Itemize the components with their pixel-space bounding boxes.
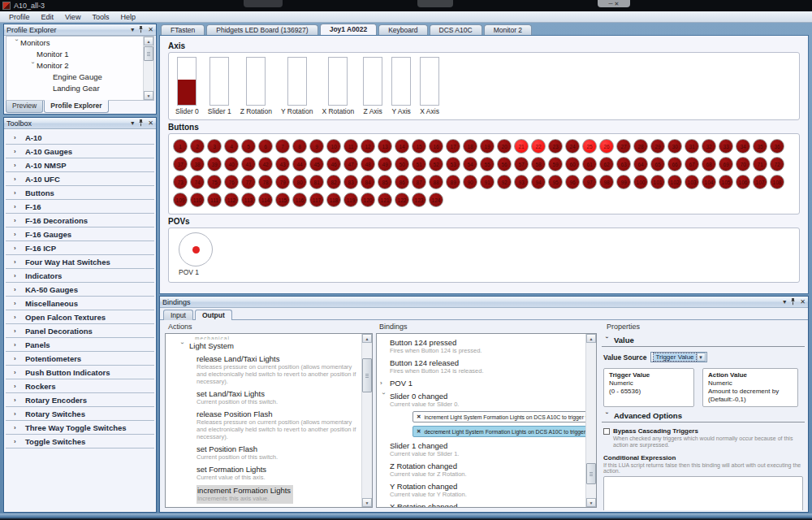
joystick-button-39[interactable]: 39 bbox=[207, 157, 222, 171]
joystick-button-89[interactable]: 89 bbox=[446, 175, 460, 189]
toolbox-item-f-16[interactable]: ›F-16 bbox=[6, 200, 154, 214]
toolbox-item-potentiometers[interactable]: ›Potentiometers bbox=[6, 352, 154, 366]
tree-item-monitor-2[interactable]: ›Monitor 2 bbox=[6, 59, 153, 71]
bypass-cascading-checkbox[interactable] bbox=[603, 428, 610, 435]
panel-menu-icon[interactable]: ▾ bbox=[131, 119, 134, 128]
toolbox-item-toggle-switches[interactable]: ›Toggle Switches bbox=[6, 435, 154, 448]
joystick-button-27[interactable]: 27 bbox=[616, 139, 631, 154]
remove-binding-icon[interactable]: ✕ bbox=[417, 414, 421, 420]
toolbox-item-a-10-ufc[interactable]: ›A-10 UFC bbox=[6, 172, 154, 186]
joystick-button-70[interactable]: 70 bbox=[736, 157, 750, 171]
joystick-button-15[interactable]: 15 bbox=[412, 139, 426, 154]
joystick-button-30[interactable]: 30 bbox=[667, 139, 682, 154]
joystick-button-36[interactable]: 36 bbox=[770, 139, 784, 154]
tab-phidgets-led-board-136927-[interactable]: Phidgets LED Board (136927) bbox=[206, 24, 317, 35]
joystick-button-45[interactable]: 45 bbox=[309, 157, 324, 171]
toolbox-item-f-16-gauges[interactable]: ›F-16 Gauges bbox=[6, 228, 154, 241]
scroll-down-icon[interactable]: ▼ bbox=[362, 498, 372, 507]
joystick-button-32[interactable]: 32 bbox=[702, 139, 716, 154]
joystick-button-112[interactable]: 112 bbox=[224, 193, 239, 207]
joystick-button-13[interactable]: 13 bbox=[378, 139, 392, 154]
joystick-button-54[interactable]: 54 bbox=[463, 157, 477, 171]
joystick-button-65[interactable]: 65 bbox=[650, 157, 665, 171]
scrollbar-thumb[interactable] bbox=[144, 46, 153, 61]
menu-profile[interactable]: Profile bbox=[3, 12, 36, 22]
binding-item[interactable]: Slider 1 changedCurrent value for Slider… bbox=[380, 439, 585, 459]
joystick-button-96[interactable]: 96 bbox=[565, 175, 580, 189]
tab-input[interactable]: Input bbox=[163, 310, 193, 320]
joystick-button-62[interactable]: 62 bbox=[599, 157, 614, 171]
joystick-button-66[interactable]: 66 bbox=[667, 157, 682, 171]
binding-item[interactable]: Y Rotation changedCurrent value for Y Ro… bbox=[380, 479, 585, 500]
joystick-button-123[interactable]: 123 bbox=[412, 193, 426, 207]
joystick-button-22[interactable]: 22 bbox=[531, 139, 546, 154]
joystick-button-122[interactable]: 122 bbox=[395, 193, 409, 207]
remove-binding-icon[interactable]: ✕ bbox=[417, 428, 421, 435]
toolbox-item-three-way-toggle-switches[interactable]: ›Three Way Toggle Switches bbox=[6, 421, 154, 435]
joystick-button-80[interactable]: 80 bbox=[292, 175, 307, 189]
joystick-button-86[interactable]: 86 bbox=[395, 175, 409, 189]
joystick-button-18[interactable]: 18 bbox=[463, 139, 477, 154]
joystick-button-10[interactable]: 10 bbox=[326, 139, 341, 154]
joystick-button-111[interactable]: 111 bbox=[207, 193, 222, 207]
joystick-button-92[interactable]: 92 bbox=[497, 175, 512, 189]
joystick-button-14[interactable]: 14 bbox=[395, 139, 409, 154]
axis-bar[interactable] bbox=[328, 57, 348, 106]
tree-item-monitor-1[interactable]: Monitor 1 bbox=[6, 48, 153, 59]
joystick-button-104[interactable]: 104 bbox=[702, 175, 716, 189]
joystick-button-31[interactable]: 31 bbox=[685, 139, 699, 154]
joystick-button-29[interactable]: 29 bbox=[650, 139, 665, 154]
axis-bar[interactable] bbox=[177, 57, 197, 106]
joystick-button-87[interactable]: 87 bbox=[412, 175, 426, 189]
joystick-button-41[interactable]: 41 bbox=[241, 157, 256, 171]
joystick-button-101[interactable]: 101 bbox=[650, 175, 665, 189]
tab-profile-explorer[interactable]: Profile Explorer bbox=[44, 100, 108, 113]
joystick-button-25[interactable]: 25 bbox=[582, 139, 597, 154]
joystick-button-1[interactable]: 1 bbox=[173, 139, 188, 154]
bindings-scrollbar[interactable]: ▲ ▼ bbox=[585, 334, 596, 507]
joystick-button-73[interactable]: 73 bbox=[173, 175, 188, 189]
toolbox-item-miscellaneous[interactable]: ›Miscellaneous bbox=[6, 297, 154, 310]
joystick-button-69[interactable]: 69 bbox=[719, 157, 733, 171]
joystick-button-100[interactable]: 100 bbox=[633, 175, 648, 189]
joystick-button-76[interactable]: 76 bbox=[224, 175, 239, 189]
joystick-button-52[interactable]: 52 bbox=[429, 157, 443, 171]
scrollbar-thumb[interactable] bbox=[586, 463, 596, 484]
joystick-button-17[interactable]: 17 bbox=[446, 139, 460, 154]
binding-item[interactable]: Button 124 releasedFires when Button 124… bbox=[380, 356, 585, 376]
joystick-button-47[interactable]: 47 bbox=[343, 157, 358, 171]
joystick-button-23[interactable]: 23 bbox=[548, 139, 563, 154]
axis-bar[interactable] bbox=[246, 57, 266, 106]
joystick-button-55[interactable]: 55 bbox=[480, 157, 495, 171]
profile-explorer-scrollbar[interactable]: ▲ ▼ bbox=[143, 37, 153, 100]
scroll-up-icon[interactable]: ▲ bbox=[144, 37, 153, 46]
joystick-button-34[interactable]: 34 bbox=[736, 139, 750, 154]
toolbox-item-indicators[interactable]: ›Indicators bbox=[6, 269, 154, 283]
tab-joy1-a0022[interactable]: Joy1 A0022 bbox=[320, 24, 377, 35]
action-item[interactable]: set Formation LightsCurrent value of thi… bbox=[169, 462, 361, 483]
joystick-button-64[interactable]: 64 bbox=[633, 157, 648, 171]
joystick-button-61[interactable]: 61 bbox=[582, 157, 597, 171]
joystick-button-78[interactable]: 78 bbox=[258, 175, 273, 189]
joystick-button-56[interactable]: 56 bbox=[497, 157, 512, 171]
joystick-button-12[interactable]: 12 bbox=[361, 139, 375, 154]
menu-view[interactable]: View bbox=[59, 12, 86, 22]
axis-bar[interactable] bbox=[363, 57, 382, 106]
value-section-header[interactable]: › Value bbox=[602, 334, 805, 347]
joystick-button-6[interactable]: 6 bbox=[258, 139, 273, 154]
joystick-button-49[interactable]: 49 bbox=[378, 157, 392, 171]
toolbox-item-push-button-indicators[interactable]: ›Push Button Indicators bbox=[6, 366, 154, 379]
pin-icon[interactable] bbox=[138, 119, 144, 127]
pin-icon[interactable] bbox=[138, 26, 144, 33]
tree-item-engine-gauge[interactable]: Engine Gauge bbox=[6, 71, 153, 82]
joystick-button-85[interactable]: 85 bbox=[378, 175, 392, 189]
joystick-button-94[interactable]: 94 bbox=[531, 175, 546, 189]
joystick-button-24[interactable]: 24 bbox=[565, 139, 580, 154]
tab-monitor-2[interactable]: Monitor 2 bbox=[484, 24, 532, 35]
joystick-button-115[interactable]: 115 bbox=[275, 193, 290, 207]
toolbox-item-four-way-hat-switches[interactable]: ›Four Way Hat Switches bbox=[6, 255, 154, 269]
joystick-button-109[interactable]: 109 bbox=[173, 193, 188, 207]
scroll-up-icon[interactable]: ▲ bbox=[586, 334, 596, 343]
joystick-button-33[interactable]: 33 bbox=[719, 139, 733, 154]
toolbox-item-panels[interactable]: ›Panels bbox=[6, 338, 154, 352]
